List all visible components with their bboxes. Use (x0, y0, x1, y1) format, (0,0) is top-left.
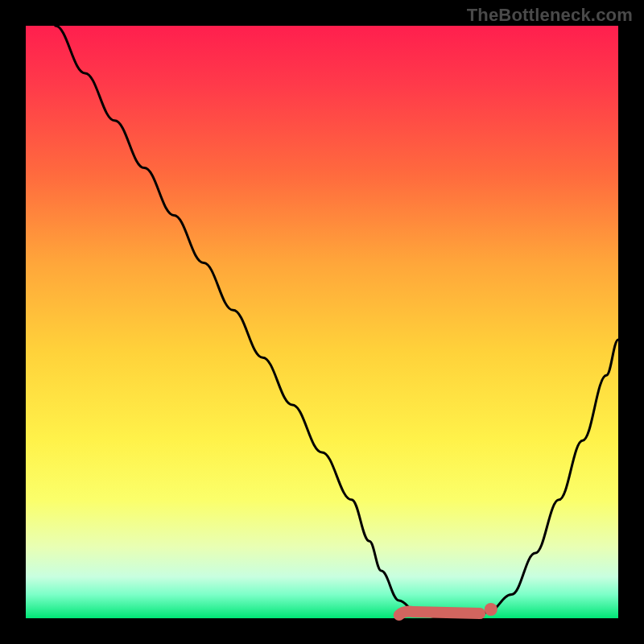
chart-svg (26, 26, 618, 618)
chart-frame: TheBottleneck.com (0, 0, 644, 644)
bottleneck-curve (56, 26, 618, 618)
optimal-range-marker (399, 612, 480, 616)
marker-dot (485, 603, 497, 616)
watermark-text: TheBottleneck.com (467, 5, 633, 26)
plot-area (26, 26, 618, 618)
